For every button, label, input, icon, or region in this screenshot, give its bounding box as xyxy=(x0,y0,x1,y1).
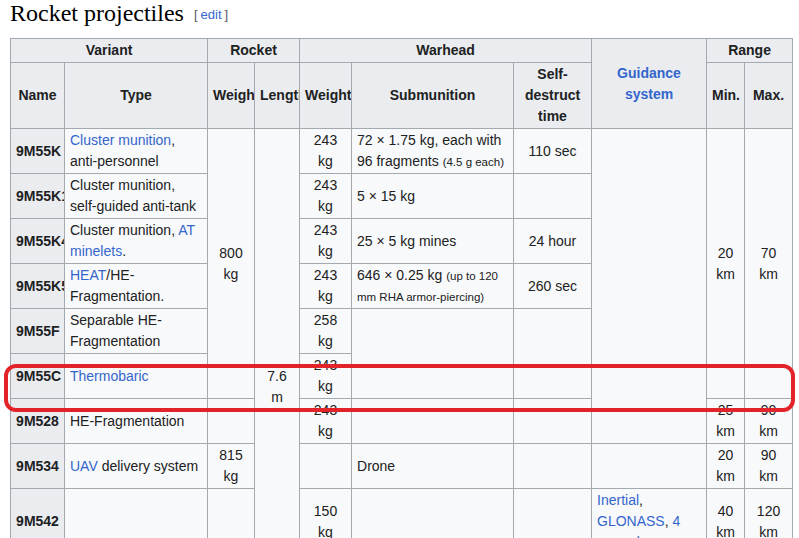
rocket-projectiles-table: Variant Rocket Warhead Guidance system R… xyxy=(10,38,793,538)
cell-submunition: 25 × 5 kg mines xyxy=(352,219,514,264)
text-part: . xyxy=(122,243,126,259)
wiki-link[interactable]: Cluster munition xyxy=(70,132,171,148)
cell-self-destruct-empty xyxy=(514,174,592,219)
cell-range-min-merged: 20 km xyxy=(707,129,745,399)
text-part: Drone xyxy=(357,458,395,474)
cell-submunition-empty xyxy=(352,399,514,444)
cell-range-max: 90 km xyxy=(745,399,793,444)
cell-warhead-weight-empty xyxy=(300,444,352,489)
section-heading: Rocket projectiles[edit] xyxy=(10,0,228,27)
wiki-link[interactable]: GLONASS xyxy=(597,513,665,529)
cell-self-destruct-empty xyxy=(514,489,592,538)
cell-type: UAV delivery system xyxy=(65,444,208,489)
text-part: 646 × 0.25 kg xyxy=(357,267,446,283)
text-part: 5 × 15 kg xyxy=(357,188,415,204)
row-header-name: 9M55K4 xyxy=(11,219,65,264)
cell-rocket-weight-empty xyxy=(208,399,255,444)
cell-rocket-weight-empty xyxy=(208,489,255,538)
wiki-page: Rocket projectiles[edit] Variant Rocket … xyxy=(0,0,799,538)
cell-type: Cluster munition, AT minelets. xyxy=(65,219,208,264)
text-part: 25 × 5 kg mines xyxy=(357,233,456,249)
row-header-name: 9M534 xyxy=(11,444,65,489)
table-container: Variant Rocket Warhead Guidance system R… xyxy=(10,38,791,538)
cell-type: Cluster munition, anti-personnel xyxy=(65,129,208,174)
header-range-max: Max. xyxy=(745,63,793,129)
text-part: , xyxy=(639,492,643,508)
wiki-link[interactable]: Inertial xyxy=(597,492,639,508)
text-part: Cluster munition, xyxy=(70,222,178,238)
cell-range-min: 40 km xyxy=(707,489,745,538)
header-range: Range xyxy=(707,39,793,63)
cell-type: Thermobaric xyxy=(65,354,208,399)
row-header-name: 9M55C xyxy=(11,354,65,399)
header-self-destruct: Self-destruct time xyxy=(514,63,592,129)
wiki-link[interactable]: UAV xyxy=(70,458,98,474)
cell-submunition: Drone xyxy=(352,444,514,489)
row-header-name: 9M55K xyxy=(11,129,65,174)
cell-range-max: 90 km xyxy=(745,444,793,489)
cell-warhead-weight: 243 kg xyxy=(300,219,352,264)
cell-submunition: 646 × 0.25 kg (up to 120 mm RHA armor-pi… xyxy=(352,264,514,309)
wiki-link[interactable]: HEAT xyxy=(70,267,106,283)
text-part: HE-Fragmentation xyxy=(70,413,184,429)
cell-type: Cluster munition, self-guided anti-tank xyxy=(65,174,208,219)
cell-warhead-weight: 150 kg xyxy=(300,489,352,538)
cell-submunition: 5 × 15 kg xyxy=(352,174,514,219)
cell-range-max-merged: 70 km xyxy=(745,129,793,399)
cell-self-destruct: 260 sec xyxy=(514,264,592,309)
cell-warhead-weight: 258 kg xyxy=(300,309,352,354)
row-header-name: 9M55K1 xyxy=(11,174,65,219)
cell-submunition-empty xyxy=(352,309,514,399)
cell-submunition-empty xyxy=(352,489,514,538)
cell-rocket-weight-merged: 800 kg xyxy=(208,129,255,399)
cell-self-destruct-empty xyxy=(514,399,592,444)
cell-type-merged: HE-Fragmentation, PGM xyxy=(65,489,208,538)
cell-rocket-weight: 815 kg xyxy=(208,444,255,489)
header-submunition: Submunition xyxy=(352,63,514,129)
edit-bracket-open: [ xyxy=(194,7,198,22)
cell-warhead-weight: 243 kg xyxy=(300,354,352,399)
cell-warhead-weight: 243 kg xyxy=(300,399,352,444)
cell-range-min: 20 km xyxy=(707,444,745,489)
text-part: Cluster munition, self-guided anti-tank xyxy=(70,177,196,214)
text-part: delivery system xyxy=(98,458,198,474)
cell-range-min: 25 km xyxy=(707,399,745,444)
wiki-link[interactable]: Thermobaric xyxy=(70,368,149,384)
cell-range-max: 120 km xyxy=(745,489,793,538)
cell-self-destruct-empty xyxy=(514,444,592,489)
header-rocket-weight: Weight xyxy=(208,63,255,129)
cell-self-destruct: 110 sec xyxy=(514,129,592,174)
table-row: 9M55K Cluster munition, anti-personnel 8… xyxy=(11,129,793,174)
cell-guidance: Inertial, GLONASS, 4 canards xyxy=(592,489,707,538)
page-title: Rocket projectiles xyxy=(10,0,184,26)
header-type: Type xyxy=(65,63,208,129)
header-warhead-weight: Weight xyxy=(300,63,352,129)
cell-warhead-weight: 243 kg xyxy=(300,174,352,219)
edit-link[interactable]: edit xyxy=(201,7,222,22)
table-row-highlighted: 9M534 UAV delivery system 815 kg Drone 2… xyxy=(11,444,793,489)
text-part: (4.5 g each) xyxy=(443,156,504,168)
header-row-groups: Variant Rocket Warhead Guidance system R… xyxy=(11,39,793,63)
cell-submunition: 72 × 1.75 kg, each with 96 fragments (4.… xyxy=(352,129,514,174)
row-header-name: 9M55K5 xyxy=(11,264,65,309)
text-part: Separable HE-Fragmentation xyxy=(70,312,162,349)
cell-guidance-empty xyxy=(592,129,707,444)
cell-guidance-empty xyxy=(592,444,707,489)
header-name: Name xyxy=(11,63,65,129)
header-range-min: Min. xyxy=(707,63,745,129)
cell-warhead-weight: 243 kg xyxy=(300,264,352,309)
text-part: , xyxy=(665,513,673,529)
header-rocket: Rocket xyxy=(208,39,300,63)
header-warhead: Warhead xyxy=(300,39,592,63)
cell-self-destruct: 24 hour xyxy=(514,219,592,264)
cell-warhead-weight: 243 kg xyxy=(300,129,352,174)
edit-bracket-close: ] xyxy=(225,7,229,22)
cell-type: HEAT/HE-Fragmentation. xyxy=(65,264,208,309)
guidance-system-link[interactable]: Guidance system xyxy=(617,65,681,102)
row-header-name: 9M528 xyxy=(11,399,65,444)
header-variant: Variant xyxy=(11,39,208,63)
row-header-name: 9M55F xyxy=(11,309,65,354)
row-header-name: 9M542 xyxy=(11,489,65,538)
header-guidance-system: Guidance system xyxy=(592,39,707,129)
table-row: 9M542 HE-Fragmentation, PGM 150 kg Inert… xyxy=(11,489,793,538)
